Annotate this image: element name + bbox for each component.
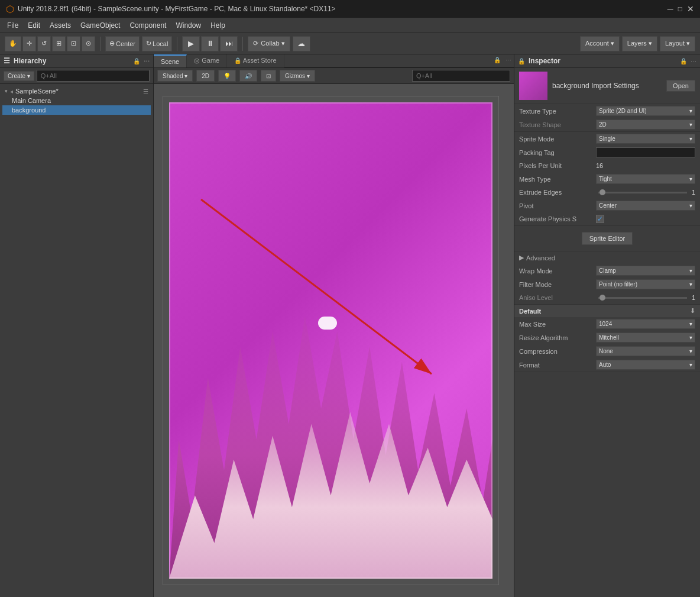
playback-controls: ▶ ⏸ ⏭ [182,36,238,51]
audio-button[interactable]: 🔊 [239,70,257,82]
hierarchy-create-button[interactable]: Create ▾ [4,71,34,81]
transform-tools: ✋ ✛ ↺ ⊞ ⊡ ⊙ [5,36,95,51]
scene-item[interactable]: ▾ ◂ SampleScene* ☰ [2,86,151,96]
compression-label: Compression [519,348,596,355]
advanced-toggle[interactable]: ▶ Advanced [514,251,700,264]
account-button[interactable]: Account ▾ [580,36,620,51]
generate-physics-checkbox[interactable]: ✓ [596,215,604,223]
inspector-lock-icon: 🔒 [680,58,687,64]
advanced-label: Advanced [526,254,555,262]
extrude-edges-label: Extrude Edges [519,189,596,196]
extrude-slider-track[interactable] [598,192,687,193]
maximize-button[interactable]: □ [678,5,682,13]
cloud-button[interactable]: ☁ [293,36,310,51]
menu-assets[interactable]: Assets [45,20,76,31]
toolbar: ✋ ✛ ↺ ⊞ ⊡ ⊙ ⊕ Center ↻ Local ▶ ⏸ ⏭ ⟳ Col… [0,33,700,54]
account-label: Account ▾ [585,40,614,47]
compression-value: None ▾ [596,346,695,356]
scene-tab-label: Scene [161,58,179,65]
filter-mode-label: Filter Mode [519,281,596,288]
checkmark-icon: ✓ [597,215,603,223]
rect-tool[interactable]: ⊡ [67,36,80,51]
hierarchy-panel: ☰ Hierarchy 🔒 ⋯ Create ▾ ▾ ◂ SampleScene… [0,54,154,597]
hand-tool[interactable]: ✋ [5,36,21,51]
resize-algorithm-dropdown[interactable]: Mitchell ▾ [596,333,695,343]
sprite-editor-button[interactable]: Sprite Editor [582,232,633,245]
aniso-level-row: Aniso Level 1 [514,291,700,304]
scene-search-input[interactable] [412,70,510,82]
scene-border [169,102,492,579]
transform-tool[interactable]: ⊙ [82,36,95,51]
filter-mode-dropdown[interactable]: Point (no filter) ▾ [596,279,695,289]
resize-algorithm-row: Resize Algorithm Mitchell ▾ [514,331,700,344]
pivot-local-button[interactable]: ↻ Local [142,36,172,51]
main-camera-item[interactable]: Main Camera [2,96,151,105]
collab-button[interactable]: ⟳ Collab ▾ [248,36,290,51]
shading-button[interactable]: Shaded ▾ [157,70,193,82]
texture-shape-dropdown[interactable]: 2D ▾ [596,120,695,130]
close-button[interactable]: ✕ [687,4,694,14]
wrap-mode-label: Wrap Mode [519,267,596,275]
pixels-per-unit-number: 16 [596,162,603,169]
sprite-mode-dropdown[interactable]: Single ▾ [596,134,695,144]
pixels-per-unit-value: 16 [596,162,695,169]
tab-scene[interactable]: Scene [154,54,187,67]
asset-store-lock-icon: 🔒 [234,57,241,64]
menu-help[interactable]: Help [206,20,230,31]
tab-game[interactable]: ◎ Game [187,54,227,67]
compression-dropdown[interactable]: None ▾ [596,346,695,356]
texture-type-dropdown[interactable]: Sprite (2D and UI) ▾ [596,106,695,116]
advanced-section: ▶ Advanced Wrap Mode Clamp ▾ Filter Mode… [514,251,700,305]
advanced-arrow-icon: ▶ [519,254,524,262]
menu-gameobject[interactable]: GameObject [76,20,125,31]
scene-arrow: ▾ [5,88,8,94]
effects-button[interactable]: ⊡ [261,70,276,82]
open-button[interactable]: Open [666,80,695,92]
download-icon[interactable]: ⬇ [690,307,695,315]
background-item[interactable]: background [2,105,151,115]
pivot-dropdown[interactable]: Center ▾ [596,201,695,211]
wrap-mode-row: Wrap Mode Clamp ▾ [514,264,700,277]
max-size-dropdown[interactable]: 1024 ▾ [596,319,695,329]
tab-asset-store[interactable]: 🔒 Asset Store [227,54,284,67]
menubar: File Edit Assets GameObject Component Wi… [0,18,700,33]
pixels-per-unit-row: Pixels Per Unit 16 [514,159,700,172]
layout-label: Layout ▾ [665,40,690,47]
pivot-center-button[interactable]: ⊕ Center [105,36,140,51]
texture-type-dropdown-value: Sprite (2D and UI) [599,108,647,114]
wrap-mode-dropdown[interactable]: Clamp ▾ [596,266,695,276]
pause-button[interactable]: ⏸ [201,36,219,51]
packing-tag-value [596,147,695,157]
texture-type-row: Texture Type Sprite (2D and UI) ▾ [514,104,700,118]
step-button[interactable]: ⏭ [220,36,238,51]
menu-window[interactable]: Window [171,20,206,31]
pivot-center-label: Center [116,40,135,47]
layers-label: Layers ▾ [627,40,652,47]
menu-component[interactable]: Component [125,20,171,31]
format-dropdown[interactable]: Auto ▾ [596,360,695,370]
minimize-button[interactable]: ─ [667,4,673,14]
dropdown-arrow-icon: ▾ [689,108,692,114]
mesh-type-dropdown[interactable]: Tight ▾ [596,174,695,184]
packing-tag-input[interactable] [596,147,695,157]
hierarchy-search-input[interactable] [37,70,150,82]
light-button[interactable]: 💡 [218,70,236,82]
wrap-mode-dropdown-value: Clamp [599,267,616,274]
format-label: Format [519,362,596,369]
layout-button[interactable]: Layout ▾ [660,36,695,51]
layers-button[interactable]: Layers ▾ [622,36,657,51]
game-icon: ◎ [194,57,200,64]
scale-tool[interactable]: ⊞ [52,36,66,51]
2d-button[interactable]: 2D [196,70,215,82]
wrap-mode-value: Clamp ▾ [596,266,695,276]
move-tool[interactable]: ✛ [22,36,36,51]
menu-file[interactable]: File [2,20,23,31]
mesh-type-value: Tight ▾ [596,174,695,184]
scene-viewport[interactable] [154,84,514,597]
menu-edit[interactable]: Edit [23,20,45,31]
play-button[interactable]: ▶ [182,36,200,51]
aniso-slider-track[interactable] [598,297,687,299]
rotate-tool[interactable]: ↺ [37,36,51,51]
gizmos-button[interactable]: Gizmos ▾ [280,70,315,82]
pivot-row: Pivot Center ▾ [514,199,700,212]
